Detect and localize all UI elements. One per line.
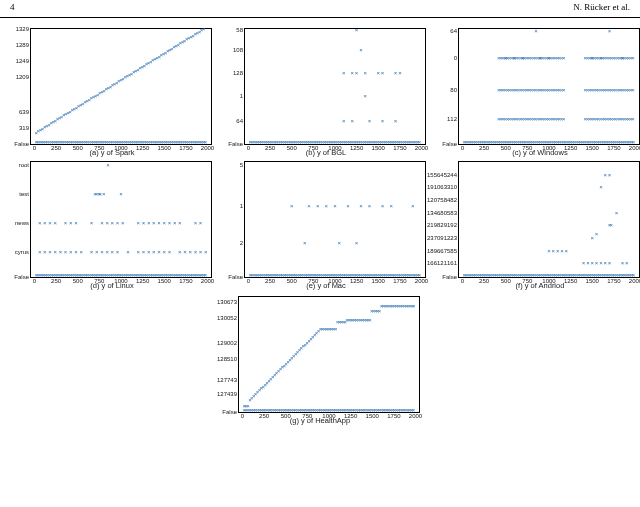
data-point: × (631, 116, 635, 122)
data-point: × (305, 340, 309, 346)
data-point: × (109, 139, 113, 145)
data-point: × (558, 116, 562, 122)
data-point: × (46, 139, 50, 145)
data-point: × (84, 139, 88, 145)
data-point: × (588, 87, 592, 93)
data-point: × (579, 272, 583, 278)
data-point: × (307, 203, 311, 209)
data-point: × (599, 55, 603, 61)
data-point: × (547, 248, 551, 254)
data-point: × (319, 326, 323, 332)
data-point: × (338, 319, 342, 325)
data-point: × (189, 34, 193, 40)
data-point: × (394, 70, 398, 76)
data-point: × (61, 139, 65, 145)
data-point: × (600, 272, 604, 278)
data-point: × (470, 272, 474, 278)
data-point: × (603, 172, 607, 178)
data-point: × (346, 139, 350, 145)
data-point: × (355, 240, 359, 246)
data-point: × (601, 139, 605, 145)
data-point: × (44, 272, 48, 278)
data-point: × (560, 139, 564, 145)
data-point: × (313, 332, 317, 338)
data-point: × (109, 84, 113, 90)
data-point: × (608, 260, 612, 266)
data-point: × (43, 124, 47, 130)
data-point: × (151, 272, 155, 278)
x-tick-label: 750 (308, 144, 318, 151)
data-point: × (53, 249, 57, 255)
data-point: × (512, 55, 516, 61)
data-point: × (53, 220, 57, 226)
data-point: × (625, 87, 629, 93)
data-point: × (464, 139, 468, 145)
data-point: × (342, 319, 346, 325)
data-point: × (155, 55, 159, 61)
data-point: × (48, 220, 52, 226)
x-tick-label: 500 (287, 144, 297, 151)
data-point: × (304, 272, 308, 278)
data-point: × (540, 116, 544, 122)
data-point: × (536, 87, 540, 93)
data-point: × (256, 272, 260, 278)
data-point: × (107, 272, 111, 278)
data-point: × (302, 272, 306, 278)
y-tick-label: 1249 (16, 58, 31, 64)
data-point: × (351, 70, 355, 76)
data-point: × (254, 139, 258, 145)
data-point: × (514, 116, 518, 122)
data-point: × (260, 139, 264, 145)
data-point: × (196, 30, 200, 36)
x-tick-label: 1250 (136, 144, 149, 151)
data-point: × (513, 55, 517, 61)
data-point: × (579, 139, 583, 145)
data-point: × (316, 203, 320, 209)
data-point: × (90, 139, 94, 145)
data-point: × (342, 70, 346, 76)
data-point: × (547, 116, 551, 122)
data-point: × (565, 248, 569, 254)
data-point: × (277, 139, 281, 145)
data-point: × (588, 116, 592, 122)
data-point: × (109, 272, 113, 278)
data-point: × (510, 55, 514, 61)
data-point: × (610, 55, 614, 61)
data-point: × (410, 303, 414, 309)
data-point: × (525, 87, 529, 93)
data-point: × (560, 248, 564, 254)
data-point: × (594, 116, 598, 122)
data-point: × (545, 55, 549, 61)
data-point: × (527, 55, 531, 61)
data-point: × (279, 139, 283, 145)
data-point: × (347, 317, 351, 323)
data-point: × (75, 105, 79, 111)
data-point: × (151, 139, 155, 145)
data-point: × (84, 272, 88, 278)
data-point: × (142, 220, 146, 226)
data-point: × (134, 68, 138, 74)
data-point: × (621, 260, 625, 266)
data-point: × (542, 116, 546, 122)
data-point: × (512, 272, 516, 278)
x-tick-label: 250 (479, 144, 489, 151)
data-point: × (501, 116, 505, 122)
data-point: × (173, 139, 177, 145)
data-point: × (79, 249, 83, 255)
data-point: × (501, 55, 505, 61)
x-tick-label: 1500 (158, 277, 171, 284)
data-point: × (147, 220, 151, 226)
data-point: × (627, 55, 631, 61)
data-point: × (381, 118, 385, 124)
data-point: × (47, 122, 51, 128)
data-point: × (590, 87, 594, 93)
data-point: × (366, 139, 370, 145)
x-tick-label: 2000 (629, 277, 640, 284)
data-point: × (63, 139, 67, 145)
data-point: × (252, 272, 256, 278)
data-point: × (116, 249, 120, 255)
data-point: × (70, 107, 74, 113)
data-point: × (597, 116, 601, 122)
data-point: × (540, 87, 544, 93)
data-point: × (273, 372, 277, 378)
